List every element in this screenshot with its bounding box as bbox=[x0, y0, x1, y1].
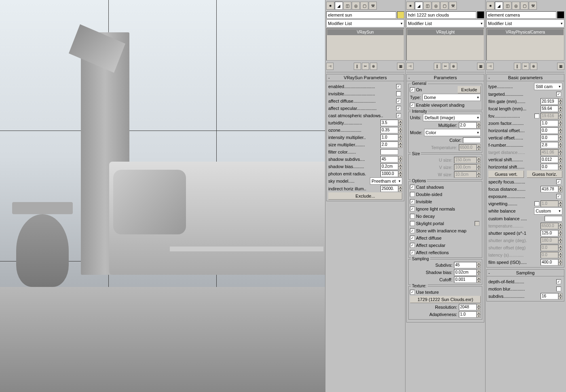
dropdown-mode[interactable]: Color bbox=[424, 129, 481, 136]
display-tab-icon[interactable]: ▢ bbox=[360, 2, 368, 10]
stack-item-vraycamera[interactable]: VRayPhysicalCamera bbox=[487, 29, 564, 35]
modifier-list-dropdown-3[interactable]: Modifier List bbox=[486, 19, 564, 27]
checkbox-fov[interactable] bbox=[534, 114, 539, 118]
dropdown-units[interactable]: Default (image) bbox=[423, 114, 481, 121]
exclude-button-2[interactable]: Exclude bbox=[458, 86, 481, 93]
spinner-cam-subdivs[interactable] bbox=[541, 293, 558, 299]
spinner-indirect-horiz[interactable] bbox=[380, 185, 398, 192]
configure-stack-icon[interactable]: ▦ bbox=[557, 63, 564, 70]
checkbox-store-irradiance[interactable]: ✓ bbox=[410, 228, 415, 233]
object-color-swatch-1[interactable] bbox=[397, 11, 404, 19]
pin-stack-icon[interactable]: ⊣ bbox=[326, 63, 334, 70]
spinner-v-shift[interactable] bbox=[541, 156, 558, 163]
utilities-tab-icon[interactable]: ⚒ bbox=[529, 2, 537, 10]
spinner-focal-length[interactable] bbox=[541, 105, 558, 112]
motion-tab-icon[interactable]: ◎ bbox=[512, 2, 520, 10]
stack-item-vraysun[interactable]: VRaySun bbox=[327, 29, 403, 35]
spinner-ozone[interactable] bbox=[380, 127, 398, 133]
create-tab-icon[interactable]: ✷ bbox=[486, 2, 494, 10]
modify-tab-icon[interactable]: ◢ bbox=[495, 2, 503, 10]
checkbox-targeted[interactable]: ✓ bbox=[556, 92, 561, 97]
checkbox-cast-atmos[interactable]: ✓ bbox=[396, 113, 401, 118]
checkbox-ignore-normals[interactable]: ✓ bbox=[410, 207, 415, 211]
configure-stack-icon[interactable]: ▦ bbox=[397, 63, 404, 70]
utilities-tab-icon[interactable]: ⚒ bbox=[369, 2, 377, 10]
spinner-h-shift[interactable] bbox=[541, 164, 558, 170]
spinner-subdivs[interactable] bbox=[454, 262, 477, 268]
hierarchy-tab-icon[interactable]: ◫ bbox=[343, 2, 351, 10]
utilities-tab-icon[interactable]: ⚒ bbox=[449, 2, 457, 10]
stack-tool-1a[interactable]: ∥ bbox=[354, 63, 361, 70]
spinner-zoom-factor[interactable] bbox=[541, 120, 558, 126]
checkbox-vignetting[interactable] bbox=[534, 201, 539, 206]
spinner-multiplier[interactable] bbox=[459, 122, 477, 129]
guess-vert-button[interactable]: Guess vert. bbox=[488, 171, 524, 178]
checkbox-on[interactable]: ✓ bbox=[410, 87, 415, 92]
spinner-film-speed[interactable] bbox=[541, 259, 558, 266]
hierarchy-tab-icon[interactable]: ◫ bbox=[503, 2, 511, 10]
rollout-header-vraysun[interactable]: VRaySun Parameters bbox=[327, 74, 404, 81]
stack-tool-1b[interactable]: ✂ bbox=[362, 63, 369, 70]
stack-tool-1c[interactable]: ⊗ bbox=[370, 63, 377, 70]
modifier-stack-2[interactable]: VRayLight bbox=[406, 28, 484, 61]
exclude-button[interactable]: Exclude... bbox=[328, 192, 402, 200]
spinner-shadow-bias-2[interactable] bbox=[454, 269, 477, 276]
viewport[interactable] bbox=[0, 0, 325, 392]
dropdown-sky-model[interactable]: Preetham et bbox=[370, 177, 402, 185]
stack-item-vraylight[interactable]: VRayLight bbox=[407, 29, 484, 35]
spinner-shadow-subdivs[interactable] bbox=[380, 156, 398, 162]
spinner-intensity-mult[interactable] bbox=[380, 134, 398, 141]
display-tab-icon[interactable]: ▢ bbox=[520, 2, 528, 10]
texture-map-button[interactable]: 1729 (1222 Sun Clouds.exr) bbox=[410, 296, 481, 303]
object-name-input-3[interactable] bbox=[486, 11, 556, 19]
spinner-resolution[interactable] bbox=[459, 304, 477, 310]
checkbox-no-decay[interactable] bbox=[410, 214, 415, 219]
spinner-v-offset[interactable] bbox=[541, 135, 558, 141]
modifier-stack-3[interactable]: VRayPhysicalCamera bbox=[486, 28, 564, 61]
spinner-adaptiveness[interactable] bbox=[459, 311, 477, 318]
spinner-photon-emit[interactable] bbox=[380, 171, 398, 177]
spinner-turbidity[interactable] bbox=[380, 120, 398, 126]
object-name-input-1[interactable] bbox=[326, 11, 396, 19]
checkbox-viewport-shading[interactable]: ✓ bbox=[410, 103, 415, 107]
dropdown-type[interactable]: Dome bbox=[422, 94, 481, 101]
hierarchy-tab-icon[interactable]: ◫ bbox=[423, 2, 431, 10]
spinner-cutoff[interactable] bbox=[454, 276, 477, 283]
checkbox-specify-focus[interactable]: ✓ bbox=[556, 179, 561, 184]
checkbox-use-texture[interactable]: ✓ bbox=[410, 290, 415, 295]
checkbox-affect-diffuse-2[interactable]: ✓ bbox=[410, 236, 415, 240]
modify-tab-icon[interactable]: ◢ bbox=[415, 2, 423, 10]
spinner-f-number[interactable] bbox=[541, 142, 558, 148]
object-color-swatch-2[interactable] bbox=[477, 11, 484, 19]
guess-horiz-button[interactable]: Guess horiz. bbox=[527, 171, 562, 178]
dropdown-white-balance[interactable]: Custom bbox=[534, 207, 562, 215]
object-name-input-2[interactable] bbox=[406, 11, 476, 19]
spinner-shutter-speed[interactable] bbox=[541, 230, 558, 236]
checkbox-affect-specular-2[interactable]: ✓ bbox=[410, 243, 415, 248]
modify-tab-icon[interactable]: ◢ bbox=[335, 2, 343, 10]
color-filter[interactable] bbox=[380, 149, 398, 155]
spinner-size-mult[interactable] bbox=[380, 141, 398, 148]
checkbox-affect-diffuse[interactable]: ✓ bbox=[396, 99, 401, 103]
spinner-shadow-bias[interactable] bbox=[380, 163, 398, 170]
create-tab-icon[interactable]: ✷ bbox=[406, 2, 414, 10]
pin-stack-icon[interactable]: ⊣ bbox=[406, 63, 414, 70]
color-light[interactable] bbox=[463, 137, 481, 143]
checkbox-cast-shadows[interactable]: ✓ bbox=[410, 185, 415, 190]
configure-stack-icon[interactable]: ▦ bbox=[477, 63, 484, 70]
modifier-list-dropdown-1[interactable]: Modifier List bbox=[326, 19, 404, 27]
spinner-film-gate[interactable] bbox=[541, 98, 558, 105]
dropdown-cam-type[interactable]: Still cam bbox=[534, 83, 562, 90]
checkbox-invisible-light[interactable]: ✓ bbox=[410, 199, 415, 204]
display-tab-icon[interactable]: ▢ bbox=[440, 2, 448, 10]
spinner-up[interactable]: ▴ bbox=[398, 120, 402, 123]
modifier-list-dropdown-2[interactable]: Modifier List bbox=[406, 19, 484, 27]
checkbox-dof[interactable]: ✓ bbox=[556, 279, 561, 284]
spinner-focus-distance[interactable] bbox=[541, 186, 558, 192]
checkbox-affect-reflections[interactable]: ✓ bbox=[410, 250, 415, 255]
spinner-h-offset[interactable] bbox=[541, 127, 558, 134]
checkbox-skylight-portal[interactable] bbox=[410, 221, 415, 226]
checkbox-enabled[interactable]: ✓ bbox=[396, 84, 401, 89]
create-tab-icon[interactable]: ✷ bbox=[326, 2, 334, 10]
checkbox-motion-blur[interactable] bbox=[556, 287, 561, 291]
